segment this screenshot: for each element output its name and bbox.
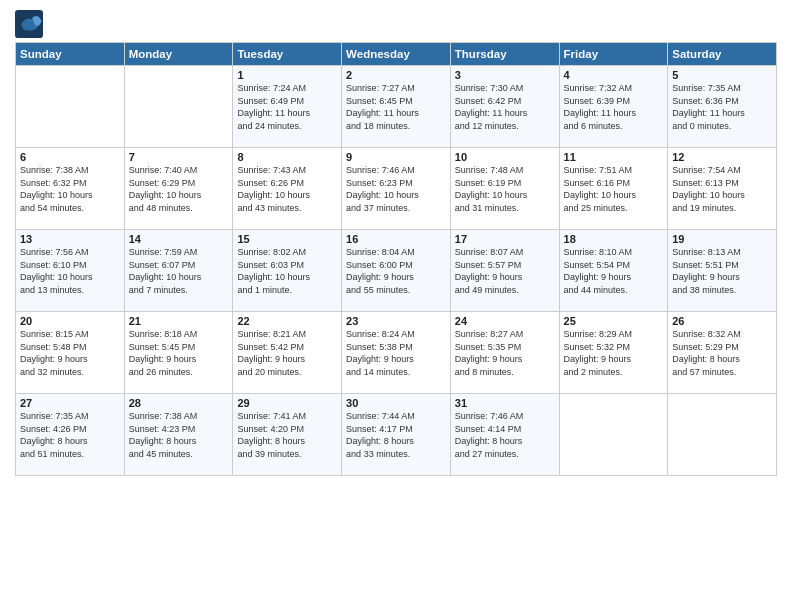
day-cell: 16Sunrise: 8:04 AM Sunset: 6:00 PM Dayli… bbox=[342, 230, 451, 312]
day-number: 29 bbox=[237, 397, 337, 409]
day-number: 5 bbox=[672, 69, 772, 81]
day-cell: 22Sunrise: 8:21 AM Sunset: 5:42 PM Dayli… bbox=[233, 312, 342, 394]
header-sunday: Sunday bbox=[16, 43, 125, 66]
header-row: SundayMondayTuesdayWednesdayThursdayFrid… bbox=[16, 43, 777, 66]
day-number: 20 bbox=[20, 315, 120, 327]
logo-icon bbox=[15, 10, 43, 38]
day-cell: 11Sunrise: 7:51 AM Sunset: 6:16 PM Dayli… bbox=[559, 148, 668, 230]
day-number: 31 bbox=[455, 397, 555, 409]
week-row-0: 1Sunrise: 7:24 AM Sunset: 6:49 PM Daylig… bbox=[16, 66, 777, 148]
day-info: Sunrise: 7:30 AM Sunset: 6:42 PM Dayligh… bbox=[455, 82, 555, 132]
day-cell: 27Sunrise: 7:35 AM Sunset: 4:26 PM Dayli… bbox=[16, 394, 125, 476]
day-info: Sunrise: 7:46 AM Sunset: 4:14 PM Dayligh… bbox=[455, 410, 555, 460]
day-info: Sunrise: 8:02 AM Sunset: 6:03 PM Dayligh… bbox=[237, 246, 337, 296]
day-info: Sunrise: 8:07 AM Sunset: 5:57 PM Dayligh… bbox=[455, 246, 555, 296]
day-number: 6 bbox=[20, 151, 120, 163]
day-cell: 24Sunrise: 8:27 AM Sunset: 5:35 PM Dayli… bbox=[450, 312, 559, 394]
week-row-3: 20Sunrise: 8:15 AM Sunset: 5:48 PM Dayli… bbox=[16, 312, 777, 394]
calendar-table: SundayMondayTuesdayWednesdayThursdayFrid… bbox=[15, 42, 777, 476]
day-info: Sunrise: 7:40 AM Sunset: 6:29 PM Dayligh… bbox=[129, 164, 229, 214]
day-number: 1 bbox=[237, 69, 337, 81]
day-cell: 6Sunrise: 7:38 AM Sunset: 6:32 PM Daylig… bbox=[16, 148, 125, 230]
day-info: Sunrise: 7:35 AM Sunset: 4:26 PM Dayligh… bbox=[20, 410, 120, 460]
day-cell: 10Sunrise: 7:48 AM Sunset: 6:19 PM Dayli… bbox=[450, 148, 559, 230]
day-info: Sunrise: 7:32 AM Sunset: 6:39 PM Dayligh… bbox=[564, 82, 664, 132]
day-info: Sunrise: 7:43 AM Sunset: 6:26 PM Dayligh… bbox=[237, 164, 337, 214]
header-tuesday: Tuesday bbox=[233, 43, 342, 66]
day-info: Sunrise: 7:38 AM Sunset: 4:23 PM Dayligh… bbox=[129, 410, 229, 460]
day-cell: 18Sunrise: 8:10 AM Sunset: 5:54 PM Dayli… bbox=[559, 230, 668, 312]
day-info: Sunrise: 8:04 AM Sunset: 6:00 PM Dayligh… bbox=[346, 246, 446, 296]
header-saturday: Saturday bbox=[668, 43, 777, 66]
day-cell: 14Sunrise: 7:59 AM Sunset: 6:07 PM Dayli… bbox=[124, 230, 233, 312]
day-info: Sunrise: 8:29 AM Sunset: 5:32 PM Dayligh… bbox=[564, 328, 664, 378]
day-info: Sunrise: 8:27 AM Sunset: 5:35 PM Dayligh… bbox=[455, 328, 555, 378]
week-row-1: 6Sunrise: 7:38 AM Sunset: 6:32 PM Daylig… bbox=[16, 148, 777, 230]
day-cell: 13Sunrise: 7:56 AM Sunset: 6:10 PM Dayli… bbox=[16, 230, 125, 312]
day-info: Sunrise: 7:56 AM Sunset: 6:10 PM Dayligh… bbox=[20, 246, 120, 296]
day-number: 3 bbox=[455, 69, 555, 81]
day-cell: 23Sunrise: 8:24 AM Sunset: 5:38 PM Dayli… bbox=[342, 312, 451, 394]
day-info: Sunrise: 8:21 AM Sunset: 5:42 PM Dayligh… bbox=[237, 328, 337, 378]
header-monday: Monday bbox=[124, 43, 233, 66]
day-info: Sunrise: 7:46 AM Sunset: 6:23 PM Dayligh… bbox=[346, 164, 446, 214]
day-number: 2 bbox=[346, 69, 446, 81]
day-info: Sunrise: 8:10 AM Sunset: 5:54 PM Dayligh… bbox=[564, 246, 664, 296]
day-number: 25 bbox=[564, 315, 664, 327]
day-info: Sunrise: 7:41 AM Sunset: 4:20 PM Dayligh… bbox=[237, 410, 337, 460]
day-number: 7 bbox=[129, 151, 229, 163]
day-cell: 7Sunrise: 7:40 AM Sunset: 6:29 PM Daylig… bbox=[124, 148, 233, 230]
day-number: 9 bbox=[346, 151, 446, 163]
week-row-4: 27Sunrise: 7:35 AM Sunset: 4:26 PM Dayli… bbox=[16, 394, 777, 476]
day-cell: 25Sunrise: 8:29 AM Sunset: 5:32 PM Dayli… bbox=[559, 312, 668, 394]
day-info: Sunrise: 7:35 AM Sunset: 6:36 PM Dayligh… bbox=[672, 82, 772, 132]
day-number: 18 bbox=[564, 233, 664, 245]
day-number: 8 bbox=[237, 151, 337, 163]
day-number: 21 bbox=[129, 315, 229, 327]
day-info: Sunrise: 7:48 AM Sunset: 6:19 PM Dayligh… bbox=[455, 164, 555, 214]
day-cell: 17Sunrise: 8:07 AM Sunset: 5:57 PM Dayli… bbox=[450, 230, 559, 312]
day-number: 13 bbox=[20, 233, 120, 245]
day-cell: 21Sunrise: 8:18 AM Sunset: 5:45 PM Dayli… bbox=[124, 312, 233, 394]
day-cell: 8Sunrise: 7:43 AM Sunset: 6:26 PM Daylig… bbox=[233, 148, 342, 230]
day-cell bbox=[668, 394, 777, 476]
day-info: Sunrise: 7:59 AM Sunset: 6:07 PM Dayligh… bbox=[129, 246, 229, 296]
day-number: 16 bbox=[346, 233, 446, 245]
day-cell: 4Sunrise: 7:32 AM Sunset: 6:39 PM Daylig… bbox=[559, 66, 668, 148]
week-row-2: 13Sunrise: 7:56 AM Sunset: 6:10 PM Dayli… bbox=[16, 230, 777, 312]
day-number: 4 bbox=[564, 69, 664, 81]
day-cell: 2Sunrise: 7:27 AM Sunset: 6:45 PM Daylig… bbox=[342, 66, 451, 148]
day-cell: 26Sunrise: 8:32 AM Sunset: 5:29 PM Dayli… bbox=[668, 312, 777, 394]
day-cell: 1Sunrise: 7:24 AM Sunset: 6:49 PM Daylig… bbox=[233, 66, 342, 148]
day-info: Sunrise: 7:27 AM Sunset: 6:45 PM Dayligh… bbox=[346, 82, 446, 132]
day-info: Sunrise: 8:24 AM Sunset: 5:38 PM Dayligh… bbox=[346, 328, 446, 378]
day-number: 10 bbox=[455, 151, 555, 163]
header-friday: Friday bbox=[559, 43, 668, 66]
day-cell: 12Sunrise: 7:54 AM Sunset: 6:13 PM Dayli… bbox=[668, 148, 777, 230]
day-cell bbox=[124, 66, 233, 148]
day-number: 30 bbox=[346, 397, 446, 409]
day-number: 23 bbox=[346, 315, 446, 327]
day-cell: 20Sunrise: 8:15 AM Sunset: 5:48 PM Dayli… bbox=[16, 312, 125, 394]
day-cell: 29Sunrise: 7:41 AM Sunset: 4:20 PM Dayli… bbox=[233, 394, 342, 476]
day-number: 26 bbox=[672, 315, 772, 327]
day-cell: 28Sunrise: 7:38 AM Sunset: 4:23 PM Dayli… bbox=[124, 394, 233, 476]
day-cell: 9Sunrise: 7:46 AM Sunset: 6:23 PM Daylig… bbox=[342, 148, 451, 230]
header-wednesday: Wednesday bbox=[342, 43, 451, 66]
day-number: 14 bbox=[129, 233, 229, 245]
day-info: Sunrise: 7:51 AM Sunset: 6:16 PM Dayligh… bbox=[564, 164, 664, 214]
logo bbox=[15, 10, 47, 38]
day-number: 12 bbox=[672, 151, 772, 163]
day-cell bbox=[559, 394, 668, 476]
day-cell: 31Sunrise: 7:46 AM Sunset: 4:14 PM Dayli… bbox=[450, 394, 559, 476]
day-info: Sunrise: 7:24 AM Sunset: 6:49 PM Dayligh… bbox=[237, 82, 337, 132]
day-info: Sunrise: 7:38 AM Sunset: 6:32 PM Dayligh… bbox=[20, 164, 120, 214]
day-number: 24 bbox=[455, 315, 555, 327]
day-info: Sunrise: 7:54 AM Sunset: 6:13 PM Dayligh… bbox=[672, 164, 772, 214]
day-info: Sunrise: 8:32 AM Sunset: 5:29 PM Dayligh… bbox=[672, 328, 772, 378]
page-container: SundayMondayTuesdayWednesdayThursdayFrid… bbox=[0, 0, 792, 481]
day-number: 28 bbox=[129, 397, 229, 409]
day-number: 22 bbox=[237, 315, 337, 327]
header-thursday: Thursday bbox=[450, 43, 559, 66]
day-cell bbox=[16, 66, 125, 148]
